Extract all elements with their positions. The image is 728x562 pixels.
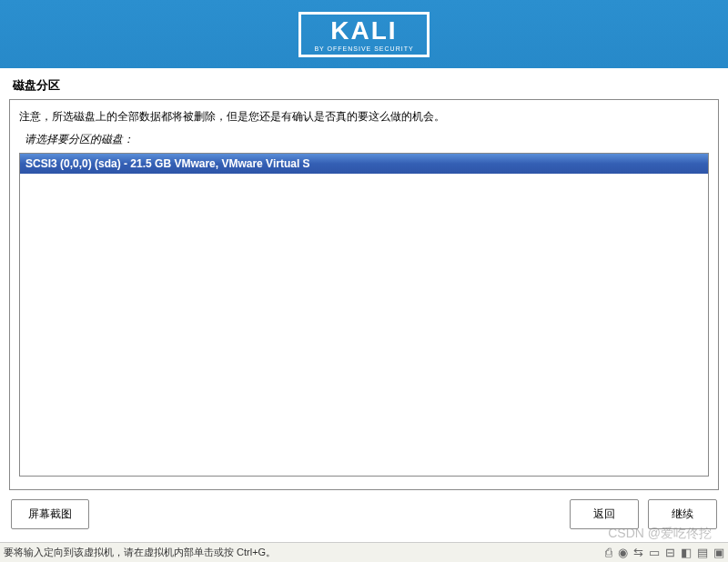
instruction-text: 请选择要分区的磁盘： <box>25 132 709 147</box>
main-panel: 注意，所选磁盘上的全部数据都将被删除，但是您还是有确认是否真的要这么做的机会。 … <box>9 99 719 490</box>
header-banner: KALI BY OFFENSIVE SECURITY <box>0 0 728 68</box>
network-icon[interactable]: ⇆ <box>633 546 643 559</box>
button-row: 屏幕截图 返回 继续 <box>0 490 728 529</box>
sound-icon[interactable]: ◧ <box>681 546 692 559</box>
warning-text: 注意，所选磁盘上的全部数据都将被删除，但是您还是有确认是否真的要这么做的机会。 <box>19 109 709 125</box>
logo-subtitle: BY OFFENSIVE SECURITY <box>314 45 413 52</box>
hdd-icon[interactable]: ▭ <box>649 546 660 559</box>
logo-text: KALI <box>314 18 413 44</box>
printer-icon[interactable]: ▤ <box>697 546 708 559</box>
kali-logo: KALI BY OFFENSIVE SECURITY <box>298 12 429 57</box>
page-title: 磁盘分区 <box>0 68 728 99</box>
disk-item[interactable]: SCSI3 (0,0,0) (sda) - 21.5 GB VMware, VM… <box>20 154 708 174</box>
vm-device-icons: ⎙ ◉ ⇆ ▭ ⊟ ◧ ▤ ▣ <box>605 546 724 559</box>
status-message: 要将输入定向到该虚拟机，请在虚拟机内部单击或按 Ctrl+G。 <box>4 546 276 559</box>
expand-icon[interactable]: ▣ <box>713 546 724 559</box>
disk-list[interactable]: SCSI3 (0,0,0) (sda) - 21.5 GB VMware, VM… <box>19 153 709 477</box>
screenshot-button[interactable]: 屏幕截图 <box>11 499 89 529</box>
back-button[interactable]: 返回 <box>570 499 639 529</box>
device-icon[interactable]: ⎙ <box>605 546 612 559</box>
continue-button[interactable]: 继续 <box>648 499 717 529</box>
vm-status-bar: 要将输入定向到该虚拟机，请在虚拟机内部单击或按 Ctrl+G。 ⎙ ◉ ⇆ ▭ … <box>0 542 728 562</box>
usb-icon[interactable]: ⊟ <box>665 546 675 559</box>
cdrom-icon[interactable]: ◉ <box>618 546 628 559</box>
